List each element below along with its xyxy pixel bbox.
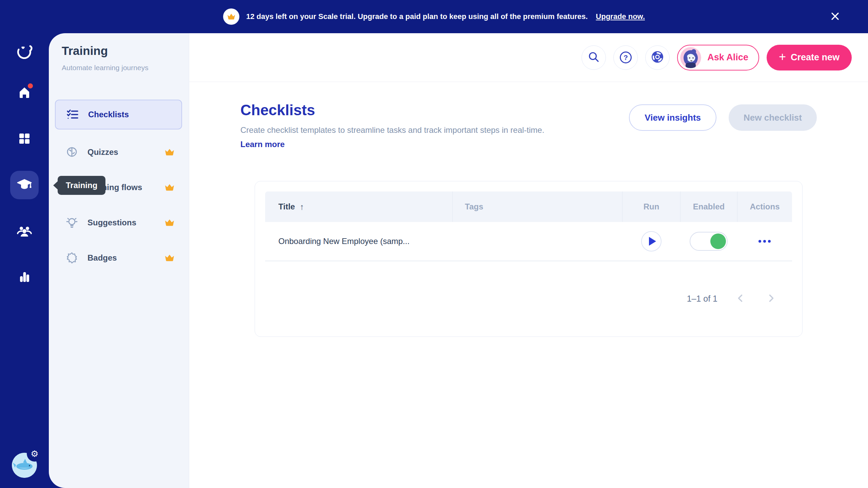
graduation-cap-icon	[16, 176, 33, 194]
checklist-icon	[66, 108, 79, 121]
banner-close-button[interactable]	[827, 9, 843, 24]
rail-item-home[interactable]	[10, 78, 39, 107]
lightbulb-icon	[65, 216, 79, 229]
settings-gear-icon[interactable]: ⚙	[27, 446, 42, 462]
brain-icon	[65, 145, 79, 159]
checklists-table-card: Title ↑ Tags Run Enabled Actions Onboard…	[255, 181, 803, 337]
sidebar-item-label: Badges	[87, 253, 117, 263]
sidebar-title: Training	[62, 43, 189, 58]
sidebar-subtitle: Automate learning journeys	[62, 63, 189, 73]
icon-rail: ⚙	[0, 33, 49, 488]
premium-crown-icon	[164, 253, 175, 262]
play-icon	[649, 237, 656, 246]
premium-crown-icon	[164, 218, 175, 227]
new-checklist-button[interactable]: New checklist	[729, 104, 817, 131]
row-run-cell	[622, 231, 680, 251]
bar-chart-icon	[17, 269, 32, 285]
browser-extension-button[interactable]	[645, 45, 670, 70]
help-button[interactable]	[613, 45, 638, 70]
page-title: Checklists	[240, 102, 544, 119]
create-new-button[interactable]: Create new	[767, 45, 852, 70]
row-title-cell: Onboarding New Employee (samp...	[265, 237, 452, 246]
search-icon	[588, 51, 600, 64]
alice-avatar-icon	[680, 47, 701, 68]
crown-icon	[223, 8, 239, 25]
rail-item-reports[interactable]	[10, 263, 39, 291]
chevron-left-icon	[735, 293, 746, 304]
search-button[interactable]	[581, 45, 606, 70]
trial-message: 12 days left on your Scale trial. Upgrad…	[246, 12, 588, 21]
plus-icon	[779, 51, 786, 63]
trial-banner: 12 days left on your Scale trial. Upgrad…	[0, 0, 868, 33]
row-actions-cell	[737, 240, 792, 243]
sidebar-item-badges[interactable]: Badges	[55, 245, 182, 270]
user-avatar[interactable]: ⚙	[12, 453, 37, 478]
previous-page-button[interactable]	[733, 291, 748, 306]
sidebar-item-suggestions[interactable]: Suggestions	[55, 210, 182, 235]
next-page-button[interactable]	[764, 291, 778, 306]
sidebar-item-label: Suggestions	[87, 218, 136, 227]
topbar: Ask Alice Create new	[189, 33, 868, 82]
notification-dot	[28, 83, 33, 88]
badge-icon	[65, 251, 79, 264]
apps-grid-icon	[17, 131, 32, 147]
column-header-title[interactable]: Title ↑	[265, 191, 452, 222]
whale-logo-icon	[15, 43, 34, 63]
column-header-actions: Actions	[737, 191, 792, 222]
view-insights-button[interactable]: View insights	[629, 104, 716, 131]
app-logo-button[interactable]	[10, 38, 39, 67]
run-checklist-button[interactable]	[641, 231, 662, 251]
rail-item-apps[interactable]	[10, 125, 39, 153]
toggle-knob	[710, 233, 726, 249]
column-header-run: Run	[622, 191, 680, 222]
pagination: 1–1 of 1	[265, 261, 792, 336]
learn-more-link[interactable]: Learn more	[240, 140, 285, 149]
row-enabled-cell	[680, 232, 737, 251]
sidebar-item-checklists[interactable]: Checklists	[55, 100, 182, 129]
upgrade-now-link[interactable]: Upgrade now.	[596, 12, 645, 21]
chrome-icon	[650, 50, 665, 65]
column-title-label: Title	[278, 202, 295, 211]
chevron-right-icon	[766, 293, 776, 304]
checklists-page: Checklists Create checklist templates to…	[189, 82, 868, 488]
column-header-enabled: Enabled	[680, 191, 737, 222]
rail-item-training[interactable]	[10, 171, 39, 199]
row-menu-button[interactable]	[758, 240, 771, 243]
sidebar-item-label: Quizzes	[87, 147, 118, 157]
main-area: Ask Alice Create new Checklists Create c…	[189, 33, 868, 488]
rail-item-people[interactable]	[10, 217, 39, 246]
premium-crown-icon	[164, 148, 175, 157]
sort-ascending-icon: ↑	[300, 202, 304, 212]
question-mark-icon	[620, 52, 632, 63]
pagination-range: 1–1 of 1	[687, 294, 717, 304]
people-icon	[16, 223, 33, 240]
training-tooltip: Training	[58, 176, 105, 195]
page-description: Create checklist templates to streamline…	[240, 125, 544, 135]
create-new-label: Create new	[791, 52, 840, 63]
training-sidebar: Training Automate learning journeys Chec…	[49, 33, 189, 488]
enabled-toggle[interactable]	[690, 232, 728, 251]
table-row[interactable]: Onboarding New Employee (samp...	[265, 222, 792, 261]
sidebar-item-quizzes[interactable]: Quizzes	[55, 140, 182, 165]
ellipsis-icon	[758, 240, 761, 243]
close-icon	[830, 12, 840, 22]
table-header: Title ↑ Tags Run Enabled Actions	[265, 191, 792, 222]
column-header-tags: Tags	[452, 191, 622, 222]
premium-crown-icon	[164, 183, 175, 192]
ask-alice-button[interactable]: Ask Alice	[677, 45, 759, 70]
ask-alice-label: Ask Alice	[707, 52, 748, 63]
sidebar-item-label: Checklists	[88, 110, 129, 119]
